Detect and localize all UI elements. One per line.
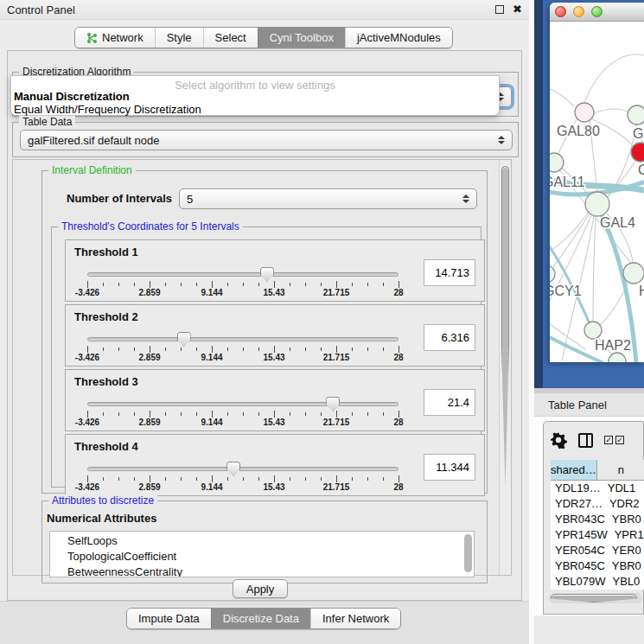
- tick-mark: [399, 346, 399, 353]
- column-header-name[interactable]: n: [597, 460, 644, 480]
- attribute-item-topologicalcoefficient[interactable]: TopologicalCoefficient: [67, 549, 474, 564]
- tick-mark: [258, 477, 259, 481]
- tick-mark: [321, 412, 322, 416]
- tab-label: Cyni Toolbox: [270, 31, 334, 44]
- horizontal-scrollbar[interactable]: [549, 593, 642, 603]
- tick-mark: [367, 477, 368, 481]
- axis-label: 21.715: [323, 288, 350, 297]
- tick-mark: [367, 283, 368, 286]
- vertical-scrollbar-thumb[interactable]: [501, 166, 509, 488]
- network-node-ga[interactable]: [628, 105, 644, 124]
- attribute-item-betweennesscentrality[interactable]: BetweennessCentrality: [67, 564, 474, 577]
- axis-label: 15.43: [263, 418, 284, 427]
- tab-discretize-data[interactable]: Discretize Data: [211, 609, 310, 628]
- network-node-gal4[interactable]: [585, 192, 609, 216]
- table-data-combo[interactable]: galFiltered.sif default node: [20, 130, 513, 150]
- network-node-gal11[interactable]: [550, 153, 564, 172]
- tick-mark: [383, 283, 384, 286]
- network-node-hap2[interactable]: [584, 322, 602, 339]
- table-row[interactable]: YBR045CYBR0: [551, 558, 644, 574]
- table-row[interactable]: YER054CYER0: [551, 543, 644, 558]
- apply-button-label: Apply: [246, 583, 275, 596]
- threshold-slider[interactable]: [87, 331, 399, 347]
- split-columns-icon[interactable]: [578, 433, 593, 448]
- network-node-gcy1[interactable]: [550, 265, 555, 283]
- network-window[interactable]: GAL80GACGAL11GAL4GCY1HHAP2: [550, 3, 644, 362]
- network-node-c[interactable]: [631, 143, 644, 162]
- threshold-value-field[interactable]: 14.713: [424, 259, 475, 286]
- tab-cyni-toolbox[interactable]: Cyni Toolbox: [258, 28, 345, 48]
- cell-shared-name: YBR045C: [551, 558, 605, 574]
- threshold-value-field[interactable]: 11.344: [424, 454, 475, 481]
- axis-label: 2.859: [138, 288, 160, 297]
- cell-shared-name: YBL079W: [551, 574, 606, 590]
- threshold-slider[interactable]: [87, 396, 399, 411]
- tab-select[interactable]: Select: [203, 28, 258, 48]
- threshold-slider[interactable]: [87, 266, 399, 282]
- table-row[interactable]: YPR145WYPR1: [551, 527, 644, 543]
- slider-track[interactable]: [87, 467, 399, 471]
- slider-track[interactable]: [87, 337, 399, 341]
- tick-mark: [336, 281, 337, 288]
- vertical-scrollbar[interactable]: [499, 160, 511, 575]
- checkbox-checked-icon[interactable]: ✓: [604, 436, 613, 444]
- close-icon[interactable]: ✖: [513, 5, 522, 14]
- table-row[interactable]: YBR043CYBR0: [551, 512, 644, 527]
- numerical-attributes-list[interactable]: SelfLoopsTopologicalCoefficientBetweenne…: [49, 531, 475, 577]
- tab-label: Infer Network: [322, 612, 389, 625]
- threshold-slider[interactable]: [87, 461, 399, 476]
- slider-thumb[interactable]: [177, 332, 191, 347]
- slider-track[interactable]: [87, 272, 399, 277]
- tick-mark: [383, 412, 384, 416]
- tick-mark: [274, 411, 275, 418]
- tick-mark: [227, 283, 228, 286]
- slider-thumb[interactable]: [226, 462, 240, 476]
- threshold-value-field[interactable]: 21.4: [424, 389, 475, 416]
- tick-mark: [290, 283, 290, 286]
- list-scrollbar-thumb[interactable]: [464, 534, 472, 572]
- gear-icon[interactable]: [551, 432, 567, 449]
- table-row[interactable]: YDL19…YDL1: [551, 481, 644, 496]
- tab-label: Network: [102, 31, 143, 44]
- tick-mark: [87, 411, 88, 418]
- popup-option-equal-width[interactable]: Equal Width/Frequency Discretization: [11, 103, 499, 116]
- attribute-item-selfloops[interactable]: SelfLoops: [67, 533, 474, 549]
- tab-impute-data[interactable]: Impute Data: [127, 609, 211, 628]
- checkbox-checked-icon[interactable]: ✓: [615, 436, 624, 444]
- apply-button[interactable]: Apply: [233, 579, 288, 598]
- network-node-gal80[interactable]: [575, 103, 594, 122]
- float-window-icon[interactable]: [495, 5, 504, 14]
- tab-network[interactable]: Network: [75, 28, 155, 48]
- tab-jactivemnodules[interactable]: jActiveMNodules: [345, 28, 452, 48]
- cell-name: YDR2: [603, 496, 644, 512]
- table-row[interactable]: YBL079WYBL0: [551, 574, 644, 590]
- slider-ticks: [87, 475, 399, 482]
- tick-mark: [336, 475, 337, 482]
- tab-infer-network[interactable]: Infer Network: [310, 609, 400, 628]
- column-header-shared-name[interactable]: shared…: [551, 460, 597, 480]
- threshold-value-field[interactable]: 6.316: [424, 324, 475, 351]
- thresholds-group: Threshold's Coordinates for 5 Intervals …: [51, 226, 481, 488]
- axis-label: 15.43: [263, 353, 284, 362]
- popup-prompt: Select algorithm to view settings: [11, 76, 499, 90]
- popup-option-manual[interactable]: Manual Discretization: [11, 90, 499, 103]
- window-close-icon[interactable]: [555, 6, 566, 17]
- slider-thumb[interactable]: [260, 267, 274, 282]
- tab-style[interactable]: Style: [155, 28, 203, 48]
- tick-mark: [305, 412, 306, 416]
- window-zoom-icon[interactable]: [591, 6, 603, 17]
- window-minimize-icon[interactable]: [573, 6, 584, 17]
- network-window-titlebar: [550, 3, 644, 22]
- attributes-group: Attributes to discretize Numerical Attri…: [41, 501, 488, 583]
- node-label: GAL11: [550, 175, 585, 189]
- slider-track[interactable]: [87, 402, 399, 406]
- network-node-h[interactable]: [623, 263, 644, 284]
- slider-thumb[interactable]: [326, 397, 340, 411]
- number-of-intervals-combo[interactable]: 5: [179, 188, 477, 209]
- tick-mark: [212, 475, 213, 482]
- horizontal-scrollbar-thumb[interactable]: [551, 594, 637, 603]
- table-row[interactable]: YDR27…YDR2: [551, 496, 644, 512]
- cell-shared-name: YER054C: [551, 543, 605, 558]
- table-data-combo-value: galFiltered.sif default node: [28, 134, 159, 147]
- network-canvas[interactable]: GAL80GACGAL11GAL4GCY1HHAP2: [550, 22, 644, 362]
